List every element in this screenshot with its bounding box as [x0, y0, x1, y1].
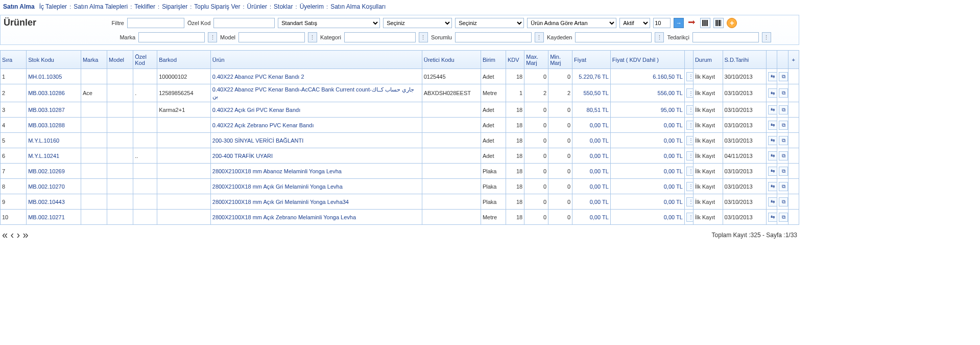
- transfer-icon[interactable]: ⇆: [768, 105, 777, 114]
- cell-stokkodu[interactable]: MB.002.10270: [27, 179, 81, 194]
- cell-urun[interactable]: 2800X2100X18 mm Abanoz Melaminli Yonga L…: [210, 164, 422, 179]
- sorumlu-picker[interactable]: ⋮: [535, 32, 544, 42]
- nav-link[interactable]: Stoklar: [274, 3, 293, 10]
- cell-fiyat[interactable]: 550,50 TL: [572, 84, 611, 102]
- cell-fiyatkdv[interactable]: 6.160,50 TL: [610, 69, 684, 84]
- col-header[interactable]: Barkod: [157, 51, 211, 69]
- col-header[interactable]: Ürün: [210, 51, 422, 69]
- ozelkod-input[interactable]: [213, 18, 275, 28]
- cell-stokkodu[interactable]: MB.002.10269: [27, 164, 81, 179]
- cell-fiyat[interactable]: 0,00 TL: [572, 194, 611, 210]
- cell-fiyat[interactable]: 80,51 TL: [572, 102, 611, 118]
- cell-stokkodu[interactable]: MB.003.10288: [27, 118, 81, 133]
- first-page-icon[interactable]: «: [2, 229, 8, 240]
- copy-icon[interactable]: ⧉: [779, 121, 788, 130]
- col-header[interactable]: Model: [107, 51, 133, 69]
- cell-fiyatkdv[interactable]: 95,00 TL: [610, 102, 684, 118]
- kategori-picker[interactable]: ⋮: [419, 32, 428, 42]
- detail-icon[interactable]: ⋮: [686, 136, 694, 145]
- nav-link[interactable]: Ürünler: [247, 3, 267, 10]
- select-satis[interactable]: Standart Satış: [278, 18, 380, 28]
- select-3[interactable]: Seçiniz: [455, 18, 524, 28]
- col-header[interactable]: Max. Marj: [524, 51, 548, 69]
- col-header[interactable]: Birim: [481, 51, 506, 69]
- transfer-icon[interactable]: ⇆: [768, 213, 777, 222]
- cell-stokkodu[interactable]: M.Y.L.10241: [27, 148, 81, 164]
- col-header[interactable]: Fiyat: [572, 51, 611, 69]
- copy-icon[interactable]: ⧉: [779, 197, 788, 206]
- cell-stokkodu[interactable]: MB.003.10287: [27, 102, 81, 118]
- cell-fiyatkdv[interactable]: 0,00 TL: [610, 148, 684, 164]
- copy-icon[interactable]: ⧉: [779, 88, 788, 98]
- transfer-icon[interactable]: ⇆: [768, 167, 777, 176]
- cell-fiyat[interactable]: 5.220,76 TL: [572, 69, 611, 84]
- col-header[interactable]: Durum: [693, 51, 723, 69]
- detail-icon[interactable]: ⋮: [686, 182, 694, 191]
- detail-icon[interactable]: ⋮: [686, 121, 694, 130]
- cell-urun[interactable]: 0.40X22 Açık Gri PVC Kenar Bandı: [210, 102, 422, 118]
- cell-fiyatkdv[interactable]: 0,00 TL: [610, 194, 684, 210]
- cell-fiyatkdv[interactable]: 556,00 TL: [610, 84, 684, 102]
- col-header[interactable]: S.D.Tarihi: [723, 51, 766, 69]
- copy-icon[interactable]: ⧉: [779, 136, 788, 145]
- transfer-icon[interactable]: ⇆: [768, 136, 777, 145]
- detail-icon[interactable]: ⋮: [686, 213, 694, 222]
- nav-link[interactable]: Teklifler: [134, 3, 155, 10]
- kategori-input[interactable]: [344, 32, 416, 42]
- col-header[interactable]: Üretici Kodu: [422, 51, 481, 69]
- nav-link[interactable]: Üyelerim: [300, 3, 324, 10]
- transfer-icon[interactable]: ⇆: [768, 72, 777, 81]
- col-header[interactable]: Marka: [81, 51, 107, 69]
- last-page-icon[interactable]: »: [23, 229, 29, 240]
- detail-icon[interactable]: ⋮: [686, 88, 694, 98]
- col-header[interactable]: [684, 51, 693, 69]
- col-header[interactable]: KDV: [506, 51, 524, 69]
- col-header[interactable]: Özel Kod: [133, 51, 157, 69]
- detail-icon[interactable]: ⋮: [686, 167, 694, 176]
- cell-urun[interactable]: 0.40X22 Abanoz PVC Kenar Bandı-AcCAC Ban…: [210, 84, 422, 102]
- marka-picker[interactable]: ⋮: [208, 32, 217, 42]
- copy-icon[interactable]: ⧉: [779, 105, 788, 114]
- barcode-icon[interactable]: [713, 18, 724, 28]
- col-header[interactable]: Sıra: [1, 51, 27, 69]
- kaydeden-picker[interactable]: ⋮: [655, 32, 664, 42]
- cell-urun[interactable]: 2800X2100X18 mm Açık Zebrano Melaminli Y…: [210, 210, 422, 225]
- cell-urun[interactable]: 200-300 SİNYAL VERİCİ BAĞLANTI: [210, 133, 422, 148]
- select-2[interactable]: Seçiniz: [383, 18, 452, 28]
- cell-fiyat[interactable]: 0,00 TL: [572, 210, 611, 225]
- detail-icon[interactable]: ⋮: [686, 105, 694, 114]
- nav-link[interactable]: İç Talepler: [39, 3, 67, 10]
- detail-icon[interactable]: ⋮: [686, 72, 694, 81]
- transfer-icon[interactable]: ⇆: [768, 151, 777, 160]
- copy-icon[interactable]: ⧉: [779, 182, 788, 191]
- detail-icon[interactable]: ⋮: [686, 197, 694, 206]
- sorumlu-input[interactable]: [455, 32, 532, 42]
- select-status[interactable]: Aktif: [619, 18, 650, 28]
- copy-icon[interactable]: ⧉: [779, 167, 788, 176]
- nav-link[interactable]: Toplu Sipariş Ver: [194, 3, 240, 10]
- go-button[interactable]: →: [674, 18, 684, 28]
- add-button[interactable]: +: [727, 18, 737, 28]
- cell-urun[interactable]: 2800X2100X18 mm Açık Gri Melaminli Yonga…: [210, 194, 422, 210]
- cell-fiyat[interactable]: 0,00 TL: [572, 164, 611, 179]
- next-page-icon[interactable]: ›: [16, 229, 20, 240]
- nav-brand[interactable]: Satın Alma: [3, 3, 35, 10]
- prev-page-icon[interactable]: ‹: [10, 229, 14, 240]
- cell-fiyat[interactable]: 0,00 TL: [572, 133, 611, 148]
- nav-link[interactable]: Satın Alma Talepleri: [74, 3, 128, 10]
- nav-link[interactable]: Satın Alma Koşulları: [330, 3, 386, 10]
- transfer-icon[interactable]: ⇆: [768, 182, 777, 191]
- cell-fiyat[interactable]: 0,00 TL: [572, 179, 611, 194]
- model-input[interactable]: [238, 32, 305, 42]
- cell-stokkodu[interactable]: MB.003.10286: [27, 84, 81, 102]
- cell-fiyatkdv[interactable]: 0,00 TL: [610, 210, 684, 225]
- nav-link[interactable]: Siparişler: [162, 3, 187, 10]
- cell-fiyatkdv[interactable]: 0,00 TL: [610, 179, 684, 194]
- copy-icon[interactable]: ⧉: [779, 72, 788, 81]
- transfer-icon[interactable]: ⇆: [768, 88, 777, 98]
- marka-input[interactable]: [138, 32, 205, 42]
- col-header[interactable]: [766, 51, 777, 69]
- cell-urun[interactable]: 2800X2100X18 mm Açık Gri Melaminli Yonga…: [210, 179, 422, 194]
- cell-urun[interactable]: 200-400 TRAFİK UYARI: [210, 148, 422, 164]
- cell-fiyatkdv[interactable]: 0,00 TL: [610, 164, 684, 179]
